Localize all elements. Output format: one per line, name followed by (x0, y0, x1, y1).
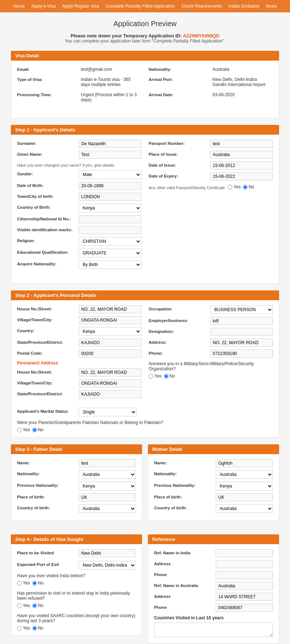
father-place-birth-label: Place of birth: (17, 493, 79, 499)
permission-no-radio[interactable] (32, 603, 37, 608)
date-issue-label: Date of Issue: (149, 162, 210, 167)
passport-input[interactable] (210, 140, 273, 148)
village-input[interactable] (79, 316, 141, 324)
page-title: Application Preview (11, 20, 279, 28)
saarc-no-radio[interactable] (32, 626, 37, 631)
father-country-birth-select[interactable]: Australia (79, 504, 136, 513)
saarc-yes-radio[interactable] (17, 626, 22, 631)
designation-label: Designation: (149, 328, 210, 334)
nav-partial[interactable]: Complete Partially Filled Application (105, 4, 175, 9)
nav-evisa[interactable]: Apply e-Visa (31, 4, 55, 9)
surname-input[interactable] (79, 140, 141, 148)
state-input[interactable] (79, 339, 141, 347)
employer-input[interactable] (210, 317, 273, 325)
town-input[interactable] (79, 193, 141, 201)
address-india-input[interactable] (216, 560, 273, 568)
ref-aus-input[interactable] (216, 582, 273, 590)
place-visited-input[interactable] (79, 549, 136, 557)
other-passport-yes-radio[interactable] (228, 185, 232, 189)
place-issue-input[interactable] (210, 151, 273, 159)
religion-select[interactable]: CHRISTIAN (79, 237, 141, 246)
visible-id-input[interactable] (79, 226, 141, 234)
gender-select[interactable]: Male (79, 170, 141, 179)
father-nationality-select[interactable]: Australia (79, 470, 136, 479)
ref-india-input[interactable] (216, 549, 273, 557)
arrival-port-label: Arrival Port: (149, 76, 210, 82)
father-prev-nat-label: Previous Nationality: (17, 482, 79, 488)
saarc-label: Have you visited SAARC countries (except… (17, 613, 136, 623)
nav-news[interactable]: News (266, 4, 277, 9)
given-name-input[interactable] (79, 151, 141, 159)
acquire-select[interactable]: By Birth (79, 260, 141, 269)
nav-home[interactable]: Home (13, 4, 25, 9)
postal-input[interactable] (79, 350, 141, 358)
father-place-birth-input[interactable] (79, 493, 136, 501)
other-passport-no-radio[interactable] (243, 185, 248, 189)
mother-place-birth-input[interactable] (216, 493, 273, 501)
state2-label: State/Province/District: (17, 390, 79, 396)
occupation-label: Occupation (149, 305, 210, 311)
nav-regular-visa[interactable]: Apply Regular Visa (62, 4, 99, 9)
military-no-radio[interactable] (164, 374, 169, 379)
state2-input[interactable] (79, 390, 141, 398)
nav-embassy[interactable]: Indian Embassy (228, 4, 259, 9)
father-prev-nat-select[interactable]: Kenya (79, 482, 136, 490)
designation-input[interactable] (210, 328, 273, 336)
phone-india-input[interactable] (216, 571, 273, 579)
mother-nationality-select[interactable]: Australia (216, 470, 273, 479)
occupation-select[interactable]: BUSINESS PERSON (210, 305, 273, 314)
step3-container: Step 3 - Father Detail Name: Nationality… (11, 444, 279, 528)
address-input[interactable] (210, 339, 273, 347)
citizenship-input[interactable] (79, 215, 141, 223)
house-input[interactable] (79, 305, 141, 313)
main-nav: Home Apply e-Visa Apply Regular Visa Com… (0, 0, 290, 12)
military-yes-radio[interactable] (149, 374, 153, 379)
pakistan-no-radio[interactable] (32, 428, 37, 432)
email-label: Email: (17, 66, 79, 72)
arrival-date-value: 03-08-2020 (210, 91, 273, 98)
mother-prev-nat-select[interactable]: Kenya (216, 482, 273, 490)
perm-address-link[interactable]: Permanent Address (17, 360, 141, 366)
village2-input[interactable] (79, 379, 141, 387)
processing-label: Processing Time: (17, 91, 79, 97)
date-expiry-input[interactable] (210, 172, 273, 180)
phone-india-label: Phone (154, 571, 216, 577)
education-select[interactable]: GRADUATE (79, 249, 141, 257)
countries-textarea[interactable] (154, 623, 273, 637)
date-issue-input[interactable] (210, 162, 273, 170)
countries-label: Countries Visited in Last 10 years (154, 615, 273, 620)
visited-yes-radio[interactable] (17, 581, 22, 586)
step1-header: Step 1 - Applicant's Details (11, 125, 279, 135)
nav-requirements[interactable]: Check Requirements (181, 4, 222, 9)
nationality-label: Nationality: (149, 66, 210, 72)
pakistan-yes-radio[interactable] (17, 428, 22, 432)
gender-label: Gender: (17, 170, 79, 176)
father-section: Step 3 - Father Detail Name: Nationality… (11, 444, 142, 528)
dob-input[interactable] (79, 182, 141, 190)
step4-container: Step 4 - Details of Visa Sought Place to… (11, 534, 279, 644)
marital-label: Applicant's Marital Status (17, 408, 79, 413)
father-name-label: Name: (17, 459, 79, 465)
phone-aus-input[interactable] (216, 604, 273, 612)
mother-name-input[interactable] (216, 459, 273, 467)
port-exit-label: Expected Port of Exit (17, 561, 79, 567)
app-id: AZZ9MY0459QD (183, 33, 219, 38)
father-nationality-label: Nationality: (17, 470, 79, 476)
permission-yes-radio[interactable] (17, 603, 22, 608)
country-select[interactable]: Kenya (79, 327, 141, 336)
mother-prev-nat-label: Previous Nationality: (154, 482, 216, 488)
surname-label: Surname: (17, 140, 79, 146)
port-exit-select[interactable]: New Delhi, Delhi-Indira Ganc... (79, 561, 136, 570)
address-aus-input[interactable] (216, 593, 273, 601)
phone-input[interactable] (210, 350, 273, 358)
marital-select[interactable]: Single (79, 408, 137, 416)
father-name-input[interactable] (79, 459, 136, 467)
processing-value: Urgent (Process within 1 to 3 days) (79, 91, 141, 103)
phone-aus-label: Phone (154, 604, 216, 610)
country-birth-select[interactable]: Kenya (79, 204, 141, 212)
given-name-label: Given Name: (17, 151, 79, 156)
mother-country-birth-select[interactable]: Australia (216, 504, 273, 513)
visited-no-radio[interactable] (32, 581, 37, 586)
house2-input[interactable] (79, 368, 141, 376)
ref-aus-label: Ref. Name in Australia (154, 582, 216, 588)
